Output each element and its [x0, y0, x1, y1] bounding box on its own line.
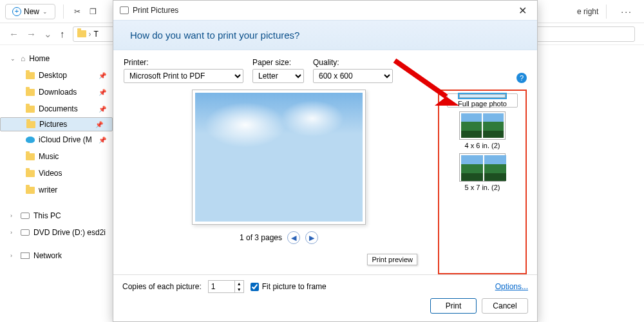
pager-text: 1 of 3 pages — [240, 233, 282, 242]
nav-home[interactable]: ⌄⌂Home — [0, 50, 113, 67]
folder-icon — [26, 170, 35, 177]
back-icon[interactable]: ← — [9, 28, 19, 39]
fit-to-frame-checkbox[interactable]: Fit picture to frame — [251, 282, 327, 291]
nav-downloads[interactable]: Downloads📌 — [0, 84, 113, 100]
layout-list: Full page photo 4 x 6 in. (2) 5 x 7 in. … — [438, 90, 527, 274]
preview-column: 1 of 3 pages ◀ ▶ — [124, 90, 434, 274]
folder-icon — [26, 106, 35, 113]
quality-label: Quality: — [313, 58, 393, 67]
navigation-pane: ⌄⌂Home Desktop📌 Downloads📌 Documents📌 Pi… — [0, 45, 113, 322]
new-button-label: New — [24, 7, 39, 16]
layout-label: 5 x 7 in. (2) — [464, 184, 500, 191]
next-page-button[interactable]: ▶ — [305, 231, 318, 244]
network-icon — [21, 252, 30, 259]
pager: 1 of 3 pages ◀ ▶ — [240, 231, 318, 244]
disc-icon — [21, 229, 30, 236]
layout-full-page[interactable]: Full page photo — [447, 93, 518, 108]
print-pictures-dialog: ✕ Print Pictures How do you want to prin… — [113, 0, 538, 322]
nav-desktop[interactable]: Desktop📌 — [0, 67, 113, 84]
plus-icon: + — [12, 7, 21, 16]
spinner-down-icon[interactable]: ▼ — [234, 287, 243, 292]
help-icon[interactable]: ? — [516, 73, 527, 83]
fit-checkbox-input[interactable] — [251, 283, 259, 291]
print-options-row: Printer: Microsoft Print to PDF Paper si… — [124, 58, 527, 83]
folder-icon — [26, 89, 35, 96]
home-icon: ⌂ — [21, 54, 25, 63]
close-icon[interactable]: ✕ — [513, 3, 532, 18]
folder-icon — [26, 153, 35, 160]
layout-4x6[interactable]: 4 x 6 in. (2) — [447, 111, 518, 149]
pin-icon: 📌 — [99, 137, 106, 144]
pin-icon: 📌 — [95, 121, 103, 128]
dialog-title: Print Pictures — [133, 6, 178, 15]
nav-music[interactable]: Music — [0, 148, 113, 165]
pin-icon: 📌 — [99, 106, 106, 113]
nav-pictures[interactable]: Pictures📌 — [0, 117, 113, 131]
folder-icon — [77, 30, 86, 37]
options-link[interactable]: Options... — [495, 282, 528, 291]
separator — [63, 5, 64, 19]
fit-label: Fit picture to frame — [262, 282, 327, 291]
toolbar-right-text: e right — [577, 7, 598, 16]
cancel-button[interactable]: Cancel — [482, 298, 528, 314]
quality-field: Quality: 600 x 600 — [313, 58, 393, 83]
dialog-heading: How do you want to print your pictures? — [113, 20, 537, 50]
new-button[interactable]: + New ⌄ — [5, 4, 55, 19]
nav-dvd[interactable]: ›DVD Drive (D:) esd2i — [0, 224, 113, 241]
dialog-titlebar: Print Pictures — [113, 1, 537, 20]
copies-stepper[interactable]: ▲▼ — [208, 280, 244, 293]
nav-this-pc[interactable]: ›This PC — [0, 207, 113, 224]
nav-icloud[interactable]: iCloud Drive (M📌 — [0, 131, 113, 148]
pin-icon: 📌 — [99, 89, 106, 96]
printer-label: Printer: — [124, 58, 243, 67]
copies-label: Copies of each picture: — [122, 282, 202, 291]
paper-label: Paper size: — [252, 58, 304, 67]
preview-image — [195, 93, 363, 222]
layout-5x7[interactable]: 5 x 7 in. (2) — [447, 153, 518, 191]
copies-input[interactable] — [209, 281, 234, 292]
up-icon[interactable]: ↑ — [60, 28, 65, 39]
forward-icon[interactable]: → — [26, 28, 36, 39]
cloud-icon — [26, 137, 35, 143]
preview-page — [192, 90, 366, 225]
print-button[interactable]: Print — [430, 298, 477, 314]
quality-select[interactable]: 600 x 600 — [313, 69, 393, 83]
paper-field: Paper size: Letter — [252, 58, 304, 83]
printer-icon — [120, 6, 129, 14]
folder-icon — [26, 72, 35, 79]
prev-page-button[interactable]: ◀ — [287, 231, 300, 244]
chevron-down-icon: ⌄ — [42, 8, 48, 15]
cut-icon[interactable]: ✂ — [71, 6, 83, 17]
print-preview-tooltip: Print preview — [367, 254, 417, 265]
nav-writer[interactable]: writer — [0, 182, 113, 198]
copy-icon[interactable]: ❐ — [87, 6, 99, 17]
folder-icon — [26, 121, 35, 128]
nav-videos[interactable]: Videos — [0, 165, 113, 182]
printer-field: Printer: Microsoft Print to PDF — [124, 58, 243, 83]
separator — [606, 5, 607, 19]
paper-size-select[interactable]: Letter — [252, 69, 304, 83]
spinner-up-icon[interactable]: ▲ — [234, 281, 243, 287]
address-text: T — [94, 30, 99, 39]
printer-select[interactable]: Microsoft Print to PDF — [124, 69, 243, 83]
nav-documents[interactable]: Documents📌 — [0, 100, 113, 117]
layout-label: Full page photo — [458, 100, 507, 108]
pc-icon — [21, 213, 30, 219]
layout-label: 4 x 6 in. (2) — [464, 142, 500, 149]
folder-icon — [26, 187, 35, 194]
more-icon[interactable]: ··· — [614, 6, 639, 17]
nav-network[interactable]: ›Network — [0, 247, 113, 264]
pin-icon: 📌 — [99, 72, 106, 79]
recent-chevron-icon[interactable]: ⌄ — [44, 28, 52, 40]
dialog-footer: Copies of each picture: ▲▼ Fit picture t… — [113, 274, 537, 321]
